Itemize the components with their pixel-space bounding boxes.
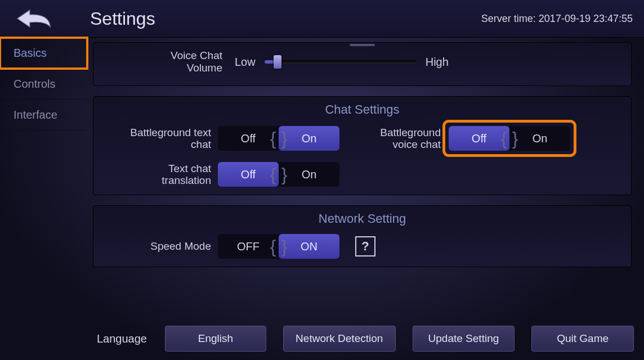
tab-interface[interactable]: Interface <box>0 100 87 130</box>
brace-left-icon: { <box>499 126 508 151</box>
page-title: Settings <box>90 8 155 29</box>
back-button[interactable] <box>0 0 68 37</box>
chat-section-title: Chat Settings <box>101 102 623 117</box>
help-icon[interactable]: ? <box>355 236 375 256</box>
language-button[interactable]: English <box>165 326 266 352</box>
text-translate-label: Text chat translation <box>101 163 218 186</box>
text-translate-toggle[interactable]: Off { } On <box>218 162 339 187</box>
network-section-title: Network Setting <box>101 212 623 226</box>
language-label: Language <box>97 332 147 345</box>
brace-right-icon: } <box>511 126 520 151</box>
slider-low-label: Low <box>235 56 256 69</box>
bg-text-chat-label: Battleground text chat <box>101 127 218 150</box>
speed-mode-label: Speed Mode <box>101 234 218 259</box>
brace-left-icon: { <box>269 234 278 259</box>
brace-right-icon: } <box>280 162 289 187</box>
tab-basics[interactable]: Basics <box>0 38 87 69</box>
bg-voice-chat-label: Battleground voice chat <box>362 127 448 150</box>
brace-right-icon: } <box>280 126 289 151</box>
server-time: Server time: 2017-09-19 23:47:55 <box>481 13 633 25</box>
settings-content: Voice Chat Volume Low High Chat Settings <box>87 38 644 319</box>
drag-handle-icon <box>350 44 375 46</box>
voice-volume-slider[interactable] <box>265 60 417 64</box>
brace-left-icon: { <box>269 126 278 151</box>
slider-thumb[interactable] <box>274 55 281 69</box>
speed-mode-toggle[interactable]: OFF { } ON <box>218 234 339 259</box>
back-arrow-icon <box>14 6 53 31</box>
quit-game-button[interactable]: Quit Game <box>531 326 634 352</box>
settings-sidebar: Basics Controls Interface <box>0 38 87 319</box>
network-panel: Network Setting Speed Mode OFF { } ON ? <box>93 205 632 267</box>
network-detection-button[interactable]: Network Detection <box>283 326 396 352</box>
chat-settings-panel: Chat Settings Battleground text chat Off… <box>93 96 632 195</box>
bg-voice-highlight: Off { } On <box>448 125 571 152</box>
tab-controls[interactable]: Controls <box>0 69 87 100</box>
brace-right-icon: } <box>280 234 289 259</box>
voice-volume-label: Voice Chat Volume <box>101 50 235 74</box>
brace-left-icon: { <box>269 162 278 187</box>
bg-voice-chat-toggle[interactable]: Off { } On <box>449 126 570 151</box>
header-bar: Settings Server time: 2017-09-19 23:47:5… <box>0 0 644 38</box>
update-setting-button[interactable]: Update Setting <box>413 326 515 352</box>
bg-text-chat-toggle[interactable]: Off { } On <box>218 126 339 151</box>
voice-volume-panel: Voice Chat Volume Low High <box>93 42 632 86</box>
footer-bar: Language English Network Detection Updat… <box>97 324 634 353</box>
slider-high-label: High <box>426 56 449 69</box>
